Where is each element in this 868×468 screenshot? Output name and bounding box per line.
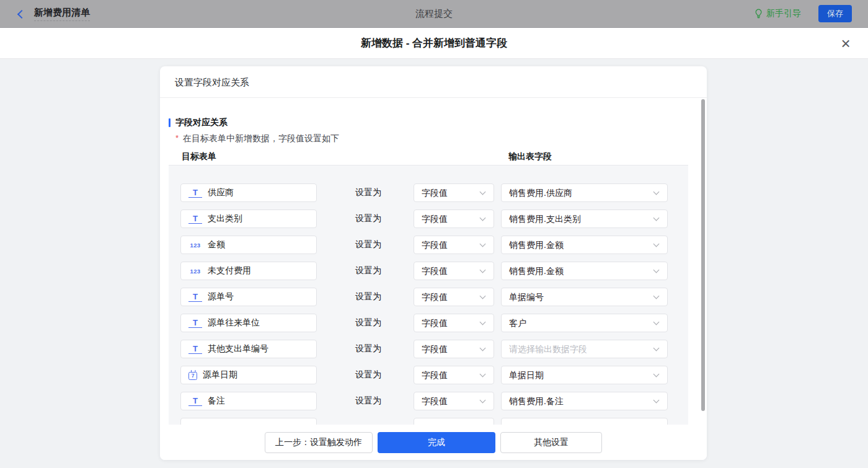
output-field-value: 请选择输出数据字段 [509,344,587,355]
flow-mode-title: 流程提交 [0,0,868,27]
value-mode-select[interactable]: 字段值 [414,314,494,332]
target-field-label: 供应商 [208,187,234,198]
field-type-icon: T [188,345,202,354]
save-button[interactable]: 保存 [818,5,852,22]
close-icon[interactable]: × [837,28,854,58]
output-field-select[interactable] [501,418,668,425]
output-field-value: 销售费用.支出类别 [509,214,581,225]
field-type-icon: T [188,397,202,406]
set-as-label: 设置为 [355,213,381,224]
value-mode-value: 字段值 [422,188,448,199]
value-mode-value: 字段值 [422,214,448,225]
target-field-box: T 源单号 [180,288,317,306]
set-as-label: 设置为 [355,395,381,407]
output-field-value: 客户 [509,318,526,329]
set-as-label: 设置为 [355,317,381,329]
value-mode-select[interactable]: 字段值 [414,288,494,306]
chevron-down-icon [653,215,660,221]
value-mode-value: 字段值 [422,292,448,303]
bulb-icon [755,9,763,19]
field-type-icon: 7 [188,372,197,380]
set-as-label: 设置为 [355,265,381,276]
scrollbar-thumb[interactable] [701,99,705,411]
chevron-down-icon [653,241,660,247]
value-mode-select[interactable]: 字段值 [414,262,494,280]
mapping-row: T 源单号 设置为 字段值 单据编号 [169,288,688,306]
set-as-label: 设置为 [355,291,381,302]
value-mode-value: 字段值 [422,396,448,407]
output-field-select[interactable]: 单据日期 [501,366,668,384]
required-asterisk: * [175,133,179,143]
chevron-down-icon [653,267,660,273]
beginner-guide-label: 新手引导 [766,8,801,19]
value-mode-value: 字段值 [422,266,448,277]
value-mode-select[interactable]: 字段值 [414,183,494,202]
mapping-row: T 源单往来单位 设置为 字段值 客户 [169,314,688,332]
other-settings-button[interactable]: 其他设置 [500,432,602,453]
column-header-output-field: 输出表字段 [508,151,552,162]
rows-panel: T 供应商 设置为 字段值 销售费用.供应商 T 支出类别 设置为 字段值 销售… [169,166,688,425]
chevron-down-icon [480,397,486,404]
output-field-value: 销售费用.备注 [509,396,564,407]
field-type-icon: T [188,293,202,302]
field-mapping-card: 设置字段对应关系 字段对应关系 *在目标表单中新增数据，字段值设置如下 目标表单… [160,66,707,460]
section-title-label: 字段对应关系 [175,117,228,128]
field-type-icon: 123 [188,242,202,249]
target-field-box: T 备注 [180,392,317,410]
field-type-icon: T [188,214,202,224]
value-mode-select[interactable]: 字段值 [414,236,494,254]
previous-step-button[interactable]: 上一步：设置触发动作 [265,432,373,453]
output-field-select[interactable]: 客户 [501,314,668,332]
chevron-down-icon [480,267,486,273]
value-mode-select[interactable]: 字段值 [414,210,494,228]
section-title: 字段对应关系 [169,117,228,128]
chevron-down-icon [480,293,486,299]
target-field-box: T 支出类别 [180,210,317,228]
field-type-icon: T [188,188,202,198]
target-field-box [180,418,317,425]
output-field-value: 销售费用.供应商 [509,188,572,199]
output-field-select[interactable]: 销售费用.支出类别 [501,210,668,228]
set-as-label: 设置为 [355,239,381,250]
value-mode-select[interactable] [414,418,494,425]
output-field-value: 销售费用.金额 [509,240,564,251]
card-footer: 上一步：设置触发动作 完成 其他设置 [160,425,707,460]
chevron-down-icon [653,293,660,299]
chevron-down-icon [480,241,486,247]
value-mode-value: 字段值 [422,344,448,355]
mapping-row: 123 未支付费用 设置为 字段值 销售费用.金额 [169,262,688,280]
mapping-row: T 供应商 设置为 字段值 销售费用.供应商 [169,183,688,202]
mapping-row: 123 金额 设置为 字段值 销售费用.金额 [169,236,688,254]
mapping-row: 7 源单日期 设置为 字段值 单据日期 [169,366,688,384]
output-field-value: 单据日期 [509,370,544,381]
target-field-box: 123 未支付费用 [180,262,317,280]
field-type-icon: T [188,319,202,328]
output-field-value: 销售费用.金额 [509,266,564,277]
mapping-row: T 其他支出单编号 设置为 字段值 请选择输出数据字段 [169,340,688,358]
output-field-select[interactable]: 单据编号 [501,288,668,306]
chevron-down-icon [480,319,486,325]
output-field-select[interactable]: 销售费用.金额 [501,262,668,280]
chevron-down-icon [480,345,486,351]
output-field-select[interactable]: 销售费用.供应商 [501,183,668,202]
output-field-select[interactable]: 销售费用.金额 [501,236,668,254]
mapping-row [169,418,688,425]
done-button[interactable]: 完成 [378,432,495,453]
target-field-box: T 其他支出单编号 [180,340,317,358]
target-field-box: 7 源单日期 [180,366,317,384]
target-field-label: 备注 [208,395,225,407]
value-mode-select[interactable]: 字段值 [414,340,494,358]
flow-name[interactable]: 新增费用清单 [34,7,90,21]
beginner-guide-link[interactable]: 新手引导 [755,8,801,19]
value-mode-select[interactable]: 字段值 [414,392,494,410]
value-mode-select[interactable]: 字段值 [414,366,494,384]
output-field-select[interactable]: 销售费用.备注 [501,392,668,410]
output-field-value: 单据编号 [509,292,544,303]
target-field-label: 未支付费用 [208,265,251,276]
target-field-box: T 供应商 [180,183,317,202]
back-icon[interactable] [17,9,26,18]
output-field-select[interactable]: 请选择输出数据字段 [501,340,668,358]
target-field-label: 源单号 [208,291,234,302]
chevron-down-icon [653,189,660,195]
target-field-label: 金额 [208,239,225,250]
